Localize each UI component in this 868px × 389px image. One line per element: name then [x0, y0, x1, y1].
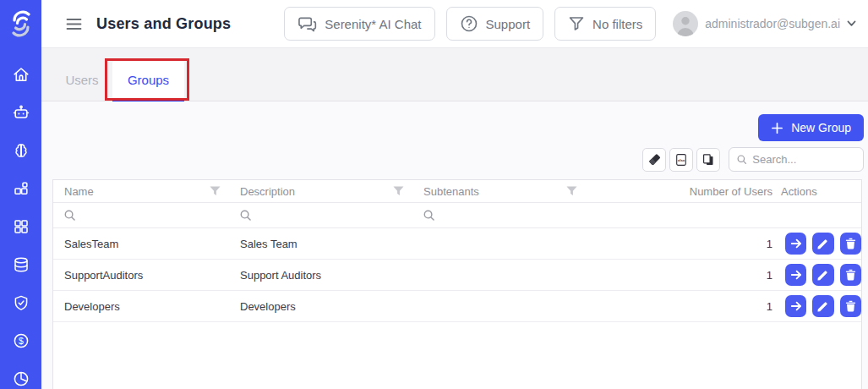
delete-icon [845, 238, 856, 249]
user-menu[interactable]: administrador@subgen.ai [673, 11, 856, 36]
robot-icon [12, 103, 30, 122]
tab-bar: Users Groups [41, 48, 868, 101]
tab-users[interactable]: Users [57, 61, 107, 99]
column-header-description: Description [229, 180, 412, 202]
sidebar-item-home[interactable] [11, 64, 31, 85]
chat-icon [298, 15, 317, 33]
filter-icon[interactable] [393, 186, 404, 196]
table-row: SupportAuditors Support Auditors 1 [53, 260, 861, 291]
sidebar: $ [0, 0, 41, 389]
header-actions: Serenity* AI Chat Support No filters [284, 7, 656, 41]
clear-filters-button[interactable] [642, 148, 666, 172]
ai-chat-button-label: Serenity* AI Chat [325, 17, 421, 31]
eraser-icon [647, 152, 662, 167]
edit-group-button[interactable] [812, 295, 833, 317]
sidebar-item-security[interactable] [11, 293, 31, 313]
delete-icon [845, 300, 856, 312]
cell-name: SalesTeam [53, 238, 229, 250]
cell-name: Developers [53, 300, 229, 313]
plus-icon [771, 122, 783, 134]
copy-button[interactable] [696, 148, 720, 172]
support-button[interactable]: Support [446, 7, 544, 41]
help-circle-icon [460, 14, 478, 33]
delete-group-button[interactable] [840, 264, 861, 286]
cell-description: Sales Team [229, 238, 412, 250]
sidebar-item-robot[interactable] [11, 102, 31, 123]
database-icon [12, 255, 30, 274]
shield-check-icon [12, 293, 30, 312]
sidebar-item-apps[interactable] [11, 216, 31, 237]
sidebar-nav: $ [11, 64, 31, 389]
description-filter-input[interactable] [256, 209, 394, 222]
menu-toggle-button[interactable] [66, 18, 82, 30]
cell-number-of-users: 1 [586, 269, 774, 282]
cell-actions [774, 264, 861, 286]
app-window: $ Users and Groups Serenity* [0, 0, 868, 389]
avatar [673, 11, 698, 36]
export-xlsx-icon: xlsx [674, 153, 688, 167]
search-icon [737, 154, 746, 165]
cell-description: Developers [229, 300, 412, 313]
hamburger-icon [66, 18, 82, 30]
sidebar-item-modules[interactable] [11, 178, 31, 199]
export-xlsx-button[interactable]: xlsx [669, 148, 693, 172]
tab-groups[interactable]: Groups [112, 61, 184, 101]
column-header-actions: Actions [774, 180, 861, 202]
cell-number-of-users: 1 [586, 300, 774, 313]
groups-table: Name Description Subtenants [52, 179, 862, 389]
new-group-button[interactable]: New Group [758, 114, 864, 141]
arrow-right-icon [790, 300, 802, 312]
open-group-button[interactable] [785, 233, 806, 255]
table-filter-row [53, 203, 861, 228]
name-filter-input[interactable] [80, 209, 212, 222]
new-group-button-label: New Group [791, 121, 851, 134]
page-title: Users and Groups [96, 15, 231, 33]
column-header-name: Name [53, 180, 229, 202]
grid-search [729, 147, 864, 172]
table-row: SalesTeam Sales Team 1 [53, 228, 861, 260]
delete-group-button[interactable] [840, 295, 861, 317]
chevron-down-icon [847, 20, 856, 27]
arrow-right-icon [790, 269, 802, 281]
search-icon [64, 210, 75, 221]
cell-actions [774, 233, 861, 255]
svg-text:$: $ [19, 336, 24, 346]
cell-number-of-users: 1 [586, 238, 774, 250]
copy-icon [701, 153, 715, 167]
cell-description: Support Auditors [229, 269, 412, 282]
edit-group-button[interactable] [812, 233, 833, 255]
search-icon [423, 210, 434, 221]
edit-group-button[interactable] [812, 264, 833, 286]
home-icon [12, 65, 30, 84]
cell-actions [774, 295, 861, 317]
subtenants-filter-input[interactable] [439, 209, 570, 222]
serenity-logo[interactable] [10, 9, 32, 38]
delete-group-button[interactable] [840, 233, 861, 255]
edit-icon [817, 301, 828, 312]
grid-search-input[interactable] [752, 153, 855, 166]
search-icon [240, 210, 251, 221]
sidebar-item-reports[interactable] [11, 369, 31, 389]
edit-icon [817, 238, 828, 249]
pie-chart-icon [12, 370, 30, 388]
filter-icon[interactable] [210, 186, 221, 196]
sidebar-item-billing[interactable]: $ [11, 331, 31, 351]
open-group-button[interactable] [785, 295, 806, 317]
filters-button[interactable]: No filters [554, 7, 656, 41]
svg-text:xlsx: xlsx [678, 157, 685, 162]
billing-icon: $ [12, 331, 30, 350]
grid-icon [12, 217, 30, 236]
ai-chat-button[interactable]: Serenity* AI Chat [284, 7, 434, 41]
user-email: administrador@subgen.ai [705, 17, 840, 30]
filter-icon[interactable] [566, 186, 577, 196]
sidebar-item-data[interactable] [11, 255, 31, 275]
column-header-subtenants: Subtenants [412, 180, 586, 202]
subtenants-filter-cell [412, 203, 586, 227]
cell-name: SupportAuditors [53, 269, 229, 282]
modules-icon [12, 179, 30, 198]
description-filter-cell [229, 203, 412, 227]
open-group-button[interactable] [785, 264, 806, 286]
grid-toolbar: xlsx [642, 147, 864, 172]
support-button-label: Support [486, 17, 531, 31]
sidebar-item-ai[interactable] [11, 140, 31, 161]
